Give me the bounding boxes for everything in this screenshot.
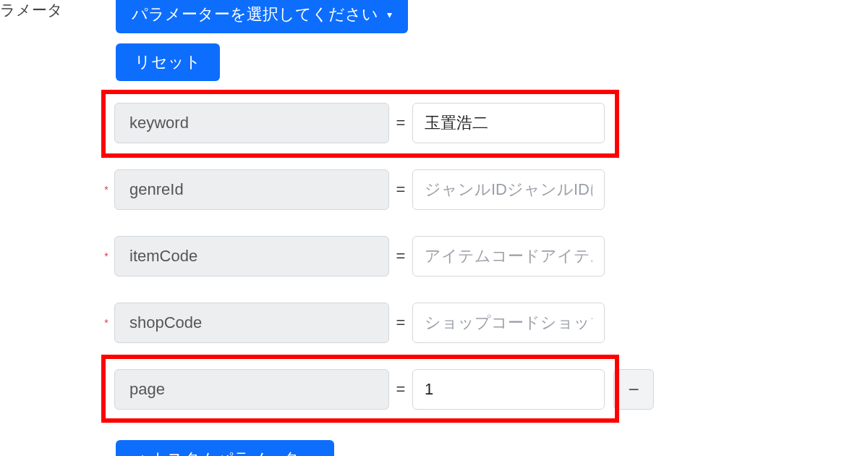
add-custom-parameter-button[interactable]: ＋カスタムパラメーター (116, 440, 334, 456)
param-label-itemcode: itemCode (114, 236, 389, 276)
param-row-genreid: * genreId = (100, 169, 605, 210)
param-label-genreid: genreId (114, 169, 389, 210)
section-label: ラメータ (0, 0, 63, 20)
minus-icon: − (628, 379, 639, 401)
required-mark: * (100, 184, 113, 195)
remove-param-button[interactable]: − (613, 369, 654, 410)
equals-sign: = (389, 114, 412, 132)
param-label-keyword: keyword (114, 103, 389, 143)
param-input-shopcode[interactable] (412, 303, 605, 343)
equals-sign: = (389, 380, 412, 399)
param-row-itemcode: * itemCode = (100, 236, 605, 276)
parameter-dropdown-label: パラメーターを選択してください (132, 4, 378, 25)
chevron-down-icon: ▾ (387, 9, 392, 20)
param-label-shopcode: shopCode (114, 303, 389, 343)
equals-sign: = (389, 247, 412, 266)
required-mark: * (100, 317, 113, 329)
param-input-genreid[interactable] (412, 169, 605, 210)
param-row-keyword: keyword = (100, 103, 605, 143)
param-input-itemcode[interactable] (412, 236, 605, 276)
required-mark: * (100, 250, 113, 262)
equals-sign: = (389, 180, 412, 199)
equals-sign: = (389, 313, 412, 332)
param-row-page: page = − (100, 369, 654, 410)
param-input-page[interactable] (412, 369, 605, 410)
param-input-keyword[interactable] (412, 103, 605, 143)
param-label-page: page (114, 369, 389, 410)
parameter-dropdown[interactable]: パラメーターを選択してください ▾ (116, 0, 408, 33)
param-row-shopcode: * shopCode = (100, 303, 605, 343)
reset-button[interactable]: リセット (116, 43, 220, 81)
